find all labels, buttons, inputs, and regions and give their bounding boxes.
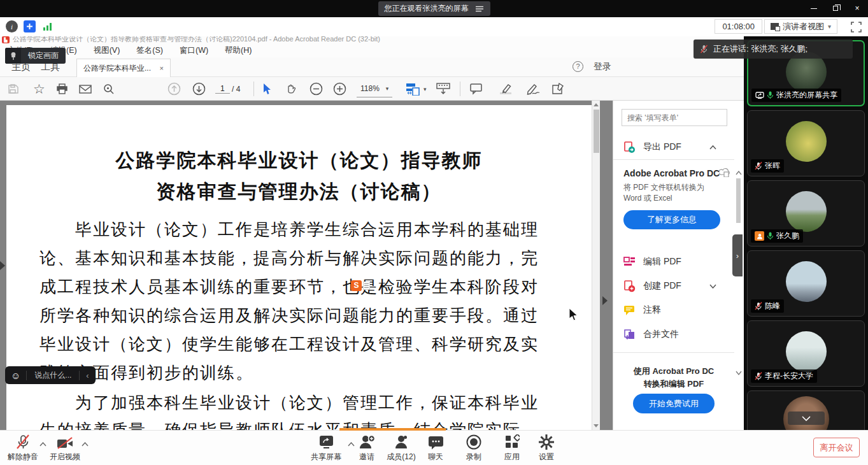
meeting-title-bar: 您正在观看张洪亮的屏幕 ×: [0, 0, 868, 17]
tools-search-input[interactable]: [622, 109, 727, 126]
minimize-button[interactable]: [809, 4, 818, 13]
mic-muted-icon: [16, 434, 30, 450]
fill-sign-icon[interactable]: [526, 77, 541, 101]
panel-scrollbar[interactable]: [736, 178, 741, 223]
menu-view[interactable]: 视图(V): [94, 45, 120, 56]
share-screen-button[interactable]: 共享屏幕: [306, 434, 346, 462]
participant-tile[interactable]: 陈峰: [747, 250, 865, 317]
sidebar-collapse-handle[interactable]: ›: [732, 234, 743, 276]
participant-name: 陈峰: [765, 301, 780, 311]
tab-close-icon[interactable]: ×: [160, 64, 164, 72]
start-video-button[interactable]: 开启视频: [46, 434, 84, 462]
start-trial-button[interactable]: 开始免费试用: [633, 394, 715, 413]
comment-panel-icon: [623, 305, 636, 316]
doc-line: 论、基本知识和基本技能，提高分析与解决实际问题的能力，完: [39, 247, 539, 269]
next-view-arrow-icon[interactable]: [602, 296, 608, 305]
settings-button[interactable]: 设置: [532, 434, 560, 462]
quick-chat-pill[interactable]: ☺ 说点什么... ‹: [5, 366, 96, 384]
reading-mode-icon[interactable]: [436, 77, 450, 101]
close-button[interactable]: ×: [853, 4, 862, 13]
create-pdf-item[interactable]: 创建 PDF: [613, 275, 734, 297]
participant-tile[interactable]: 张晖: [747, 110, 865, 176]
export-collapse-icon[interactable]: [709, 145, 716, 150]
zoom-out-icon[interactable]: [309, 77, 323, 101]
edit-pdf-item[interactable]: 编辑 PDF: [613, 251, 734, 273]
menu-help[interactable]: 帮助(H): [225, 45, 252, 56]
unmute-button[interactable]: 解除静音: [4, 434, 42, 462]
apps-button[interactable]: 应用: [498, 434, 526, 462]
panel-scroll-up-icon[interactable]: [736, 171, 742, 175]
lock-view-pill[interactable]: 锁定画面: [5, 48, 66, 64]
comment-item[interactable]: 注释: [613, 299, 734, 321]
panel-scroll-down-icon[interactable]: [736, 371, 742, 375]
save-icon[interactable]: [8, 77, 19, 101]
meeting-info-icon[interactable]: i: [6, 20, 18, 32]
network-signal-icon[interactable]: [41, 20, 53, 32]
learn-more-button[interactable]: 了解更多信息: [623, 210, 720, 229]
combine-files-item[interactable]: 合并文件: [613, 324, 734, 345]
export-pdf-item[interactable]: 导出 PDF: [613, 136, 734, 158]
tab-document[interactable]: 公路学院本科毕业... ×: [76, 59, 171, 77]
email-icon[interactable]: [79, 77, 92, 101]
view-mode-button[interactable]: 演讲者视图 ▾: [764, 19, 837, 34]
share-screen-icon: [318, 434, 335, 450]
record-button[interactable]: 录制: [460, 434, 488, 462]
watching-banner[interactable]: 您正在观看张洪亮的屏幕: [378, 1, 490, 16]
doc-line: 为了加强本科生毕业设计（论文）管理工作，保证本科毕业: [75, 392, 539, 414]
select-tool-icon[interactable]: [262, 77, 272, 101]
restore-button[interactable]: [831, 4, 840, 13]
invite-button[interactable]: 邀请: [352, 434, 382, 462]
acrobat-menu-bar: 文件(F) 编辑(E) 视图(V) 签名(S) 窗口(W) 帮助(H): [0, 44, 744, 57]
zoom-level-select[interactable]: 118% ▾: [357, 80, 392, 97]
signin-link[interactable]: 登录: [594, 61, 611, 73]
left-pane-toggle-icon[interactable]: [0, 261, 5, 270]
shield-plus-icon[interactable]: [24, 20, 36, 32]
menu-window[interactable]: 窗口(W): [180, 45, 208, 56]
meeting-subheader: i 01:08:00 演讲者视图 ▾: [0, 17, 868, 36]
comment-tool-icon[interactable]: [470, 77, 483, 101]
fit-dropdown-icon[interactable]: ▾: [423, 77, 427, 101]
participant-name: 张久鹏: [776, 231, 799, 241]
menu-sign[interactable]: 签名(S): [136, 45, 163, 56]
fit-width-icon[interactable]: [406, 77, 420, 101]
star-icon[interactable]: ☆: [33, 77, 45, 101]
highlight-tool-icon[interactable]: [498, 77, 513, 101]
doc-line: 生的培养质量，确保指导教师队伍水平和素质，结合学院实际: [39, 419, 521, 430]
print-icon[interactable]: [56, 77, 68, 101]
stamp-tool-icon[interactable]: [551, 77, 566, 101]
help-icon[interactable]: ?: [573, 61, 583, 72]
members-icon: [394, 434, 409, 450]
collapse-chat-icon[interactable]: ‹: [80, 371, 95, 380]
apps-icon: [504, 434, 520, 450]
chat-button[interactable]: 聊天: [422, 434, 450, 462]
fullscreen-icon[interactable]: [851, 22, 862, 32]
banner-menu-icon[interactable]: [475, 5, 484, 13]
speaking-text: 正在讲话: 张洪亮; 张久鹏;: [713, 43, 808, 55]
doc-title-line2: 资格审查与管理办法（讨论稿）: [6, 179, 592, 205]
members-button[interactable]: 成员(12): [381, 434, 422, 462]
find-icon[interactable]: [103, 77, 115, 101]
lock-view-label: 锁定画面: [21, 50, 66, 61]
hand-tool-icon[interactable]: [285, 77, 297, 101]
screen-share-icon: [755, 92, 764, 99]
scroll-more-participants-button[interactable]: [788, 411, 825, 425]
leave-meeting-button[interactable]: 离开会议: [813, 438, 860, 457]
participant-tile[interactable]: 张久鹏: [747, 180, 865, 247]
document-scrollbar[interactable]: [592, 101, 600, 430]
create-expand-icon[interactable]: [709, 284, 716, 289]
sogou-ime-indicator[interactable]: S: [351, 280, 370, 291]
avatar: [786, 191, 827, 232]
zoom-in-icon[interactable]: [333, 77, 346, 101]
chat-input-placeholder[interactable]: 说点什么...: [27, 370, 79, 381]
participant-tile[interactable]: 李程-长安大学: [747, 320, 865, 387]
page-number-input[interactable]: 1: [215, 84, 230, 94]
speaker-view-icon: [771, 23, 779, 30]
next-page-icon[interactable]: [192, 77, 206, 101]
mic-muted-icon: [755, 162, 762, 170]
chat-icon: [428, 434, 444, 450]
previous-page-icon[interactable]: [167, 77, 181, 101]
video-options-icon[interactable]: [82, 442, 89, 447]
participant-tile-partial[interactable]: [747, 390, 865, 430]
expand-right-icon: ›: [736, 251, 739, 261]
emoji-icon[interactable]: ☺: [5, 370, 26, 381]
